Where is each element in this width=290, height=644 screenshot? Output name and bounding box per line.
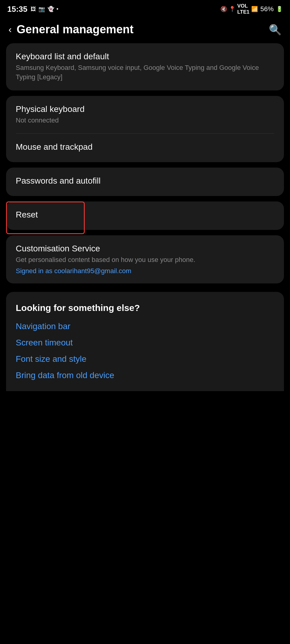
customisation-subtitle: Get personalised content based on how yo…: [16, 255, 274, 265]
status-time: 15:35: [7, 5, 28, 14]
customisation-card[interactable]: Customisation Service Get personalised c…: [6, 235, 284, 283]
navigation-bar-link[interactable]: Navigation bar: [16, 322, 274, 331]
keyboard-title: Keyboard list and default: [16, 52, 274, 61]
content-area: Keyboard list and default Samsung Keyboa…: [0, 43, 290, 391]
status-right: 🔇 📍 VOLLTE1 📶 56% 🔋: [220, 3, 283, 15]
gallery-icon: 🖼: [31, 6, 36, 12]
looking-title: Looking for something else?: [16, 303, 274, 313]
search-button[interactable]: 🔍: [269, 24, 282, 36]
screen-timeout-link[interactable]: Screen timeout: [16, 338, 274, 348]
font-size-link[interactable]: Font size and style: [16, 354, 274, 364]
mouse-trackpad-item[interactable]: Mouse and trackpad: [6, 134, 284, 162]
page-title: General management: [17, 23, 133, 36]
instagram-icon: 📷: [38, 6, 45, 12]
physical-keyboard-item[interactable]: Physical keyboard Not connected: [6, 96, 284, 134]
status-icons-right: 🔇 📍 VOLLTE1 📶: [220, 3, 258, 15]
reset-title: Reset: [16, 210, 274, 220]
status-left: 15:35 🖼 📷 👻 •: [7, 5, 58, 14]
battery-level: 56%: [260, 5, 274, 13]
signal-bars: 📶: [251, 6, 258, 12]
battery-icon: 🔋: [276, 6, 283, 12]
keyboard-subtitle: Samsung Keyboard, Samsung voice input, G…: [16, 63, 274, 82]
bring-data-link[interactable]: Bring data from old device: [16, 371, 274, 380]
customisation-signed-in: Signed in as coolarihant95@gmail.com: [16, 267, 274, 275]
dot-icon: •: [57, 6, 58, 12]
network-text: VOLLTE1: [237, 3, 249, 15]
status-icons-left: 🖼 📷 👻 •: [31, 6, 58, 12]
header-left: ‹ General management: [8, 23, 133, 36]
keyboard-group-card: Physical keyboard Not connected Mouse an…: [6, 96, 284, 162]
physical-keyboard-title: Physical keyboard: [16, 104, 274, 114]
back-button[interactable]: ‹: [8, 24, 12, 35]
status-bar: 15:35 🖼 📷 👻 • 🔇 📍 VOLLTE1 📶 56% 🔋: [0, 0, 290, 17]
looking-section: Looking for something else? Navigation b…: [6, 292, 284, 391]
reset-card[interactable]: Reset: [6, 201, 284, 230]
keyboard-card[interactable]: Keyboard list and default Samsung Keyboa…: [6, 43, 284, 90]
page-header: ‹ General management 🔍: [0, 17, 290, 43]
mouse-trackpad-title: Mouse and trackpad: [16, 142, 274, 152]
snapchat-icon: 👻: [48, 6, 54, 12]
mute-icon: 🔇: [220, 6, 227, 12]
customisation-title: Customisation Service: [16, 244, 274, 253]
physical-keyboard-subtitle: Not connected: [16, 116, 274, 125]
passwords-title: Passwords and autofill: [16, 176, 274, 186]
location-icon: 📍: [229, 6, 236, 12]
passwords-card[interactable]: Passwords and autofill: [6, 168, 284, 196]
